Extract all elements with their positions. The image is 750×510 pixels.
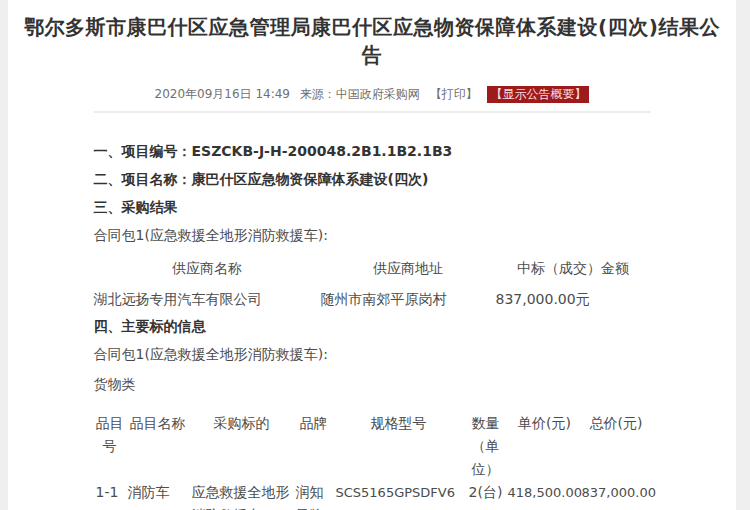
main-subject-heading: 四、主要标的信息 xyxy=(94,316,651,336)
supplier-address-cell: 随州市南郊平原岗村 xyxy=(321,286,496,314)
supplier-table: 供应商名称 供应商地址 中标（成交）金额 湖北远扬专用汽车有限公司 随州市南郊平… xyxy=(94,255,651,314)
item-name-header: 品目名称 xyxy=(126,412,190,481)
project-name-line: 二、项目名称：康巴什区应急物资保障体系建设(四次) xyxy=(94,169,651,189)
item-name-cell: 消防车 xyxy=(126,481,190,510)
procurement-subject-cell: 应急救援全地形消防救援车 xyxy=(190,481,294,510)
items-table-row: 1-1 消防车 应急救援全地形消防救援车 润知星牌 SCS5165GPSDFV6… xyxy=(94,481,651,510)
spec-model-header: 规格型号 xyxy=(334,412,464,481)
publish-datetime: 2020年09月16日 14:49 xyxy=(155,87,290,101)
announcement-panel: 鄂尔多斯市康巴什区应急管理局康巴什区应急物资保障体系建设(四次)结果公告 202… xyxy=(8,0,736,510)
page-title: 鄂尔多斯市康巴什区应急管理局康巴什区应急物资保障体系建设(四次)结果公告 xyxy=(18,0,726,69)
items-table: 品目号 品目名称 采购标的 品牌 规格型号 数量（单位） 单价(元) 总价(元)… xyxy=(94,412,651,510)
show-summary-button[interactable]: 【显示公告概要】 xyxy=(487,86,589,103)
quantity-cell: 2(台) xyxy=(464,481,508,510)
award-amount-header: 中标（成交）金额 xyxy=(496,255,651,286)
quantity-unit-header: 数量（单位） xyxy=(464,412,508,481)
source-label: 来源：中国政府采购网 xyxy=(300,87,420,101)
divider xyxy=(94,111,651,113)
item-no-header: 品目号 xyxy=(94,412,126,481)
total-price-cell: 837,000.00 xyxy=(582,481,651,510)
announcement-body: 一、项目编号：ESZCKB-J-H-200048.2B1.1B2.1B3 二、项… xyxy=(94,111,651,510)
total-price-header: 总价(元) xyxy=(582,412,651,481)
award-amount-cell: 837,000.00元 xyxy=(496,286,651,314)
project-number-line: 一、项目编号：ESZCKB-J-H-200048.2B1.1B2.1B3 xyxy=(94,141,651,161)
supplier-table-header-row: 供应商名称 供应商地址 中标（成交）金额 xyxy=(94,255,651,286)
goods-category-label: 货物类 xyxy=(94,374,651,394)
supplier-address-header: 供应商地址 xyxy=(321,255,496,286)
spec-model-cell: SCS5165GPSDFV6 xyxy=(334,481,464,510)
procurement-result-heading: 三、采购结果 xyxy=(94,197,651,217)
brand-cell: 润知星牌 xyxy=(294,481,334,510)
unit-price-header: 单价(元) xyxy=(508,412,582,481)
unit-price-cell: 418,500.00 xyxy=(508,481,582,510)
items-table-header-row: 品目号 品目名称 采购标的 品牌 规格型号 数量（单位） 单价(元) 总价(元) xyxy=(94,412,651,481)
item-no-cell: 1-1 xyxy=(94,481,126,510)
print-button[interactable]: 【打印】 xyxy=(430,87,478,101)
contract-package-line-1: 合同包1(应急救援全地形消防救援车): xyxy=(94,225,651,245)
supplier-name-header: 供应商名称 xyxy=(94,255,321,286)
supplier-name-cell: 湖北远扬专用汽车有限公司 xyxy=(94,286,321,314)
procurement-subject-header: 采购标的 xyxy=(190,412,294,481)
supplier-table-row: 湖北远扬专用汽车有限公司 随州市南郊平原岗村 837,000.00元 xyxy=(94,286,651,314)
contract-package-line-2: 合同包1(应急救援全地形消防救援车): xyxy=(94,344,651,364)
brand-header: 品牌 xyxy=(294,412,334,481)
meta-line: 2020年09月16日 14:49 来源：中国政府采购网 【打印】 【显示公告概… xyxy=(8,86,736,102)
